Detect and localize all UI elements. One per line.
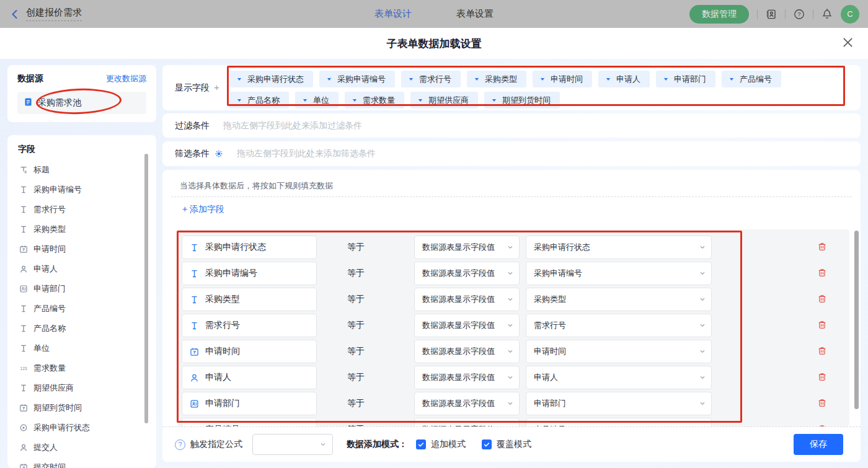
rule-field-box[interactable]: 需求行号 xyxy=(182,314,317,337)
delete-icon[interactable] xyxy=(817,372,827,382)
rule-field-box[interactable]: 申请时间 xyxy=(182,340,317,363)
rule-field-box[interactable]: 申请部门 xyxy=(182,392,317,415)
display-fields-label: 显示字段+ xyxy=(175,82,219,94)
source-value-select[interactable]: 数据源表显示字段值 xyxy=(414,392,520,415)
filter-dropzone[interactable]: 拖动左侧字段到此处来添加过滤条件 xyxy=(223,120,362,131)
source-value-select[interactable]: 数据源表显示字段值 xyxy=(414,340,520,363)
text-icon xyxy=(190,295,199,304)
department-icon xyxy=(19,285,28,293)
close-icon[interactable] xyxy=(843,37,853,48)
calendar-icon xyxy=(19,463,28,468)
delete-icon[interactable] xyxy=(817,268,827,278)
caret-down-icon xyxy=(417,97,424,104)
source-value-select[interactable]: 数据源表显示字段值 xyxy=(414,418,520,426)
display-field-chip[interactable]: 申请部门 xyxy=(656,71,715,87)
display-field-chip[interactable]: 采购申请编号 xyxy=(319,71,395,87)
user-avatar[interactable]: C xyxy=(841,5,859,24)
display-field-chip[interactable]: 采购类型 xyxy=(467,71,526,87)
source-value-select[interactable]: 数据源表显示字段值 xyxy=(414,314,520,337)
field-item[interactable]: 采购申请行状态 xyxy=(7,418,156,438)
formula-select[interactable] xyxy=(252,434,333,455)
rule-field-box[interactable]: 采购类型 xyxy=(182,288,317,311)
display-field-chip[interactable]: 需求数量 xyxy=(345,92,404,108)
fields-scrollbar[interactable] xyxy=(144,154,148,423)
delete-icon[interactable] xyxy=(817,242,827,252)
field-item[interactable]: 采购类型 xyxy=(7,219,156,239)
tab-form-settings[interactable]: 表单设置 xyxy=(456,8,494,20)
field-item[interactable]: 单位 xyxy=(7,338,156,358)
text-icon xyxy=(190,269,199,278)
mode-checkbox[interactable]: 追加模式 xyxy=(416,439,466,450)
tab-form-design[interactable]: 表单设计 xyxy=(374,8,412,20)
display-field-chip[interactable]: 产品编号 xyxy=(722,71,781,87)
chevron-down-icon xyxy=(507,348,514,355)
change-datasource-link[interactable]: 更改数据源 xyxy=(106,73,146,84)
rule-field-box[interactable]: 采购申请行状态 xyxy=(182,236,317,259)
display-field-chip[interactable]: 期望到货时间 xyxy=(484,92,560,108)
display-field-chip[interactable]: 采购申请行状态 xyxy=(229,71,313,87)
display-field-chip[interactable]: 单位 xyxy=(295,92,339,108)
source-value-select[interactable]: 数据源表显示字段值 xyxy=(414,288,520,311)
help-icon[interactable]: ? xyxy=(794,9,805,20)
target-field-select[interactable]: 需求行号 xyxy=(526,314,712,337)
display-field-chip[interactable]: 期望供应商 xyxy=(410,92,478,108)
target-field-select[interactable]: 采购类型 xyxy=(526,288,712,311)
source-value-select[interactable]: 数据源表显示字段值 xyxy=(414,236,520,259)
field-item[interactable]: 提交人 xyxy=(7,438,156,457)
rule-field-box[interactable]: 申请人 xyxy=(182,366,317,389)
field-item[interactable]: 提交时间 xyxy=(7,457,156,468)
field-item[interactable]: 申请部门 xyxy=(7,279,156,299)
operator-label: 等于 xyxy=(347,392,365,415)
field-item-label: 单位 xyxy=(33,343,50,354)
target-field-select[interactable]: 申请人 xyxy=(526,366,712,389)
sift-dropzone[interactable]: 拖动左侧字段到此处来添加筛选条件 xyxy=(237,148,376,159)
datasource-selected-item[interactable]: 采购需求池 xyxy=(17,92,146,114)
field-item[interactable]: 采购申请编号 xyxy=(7,180,156,200)
rule-field-box[interactable]: 采购申请编号 xyxy=(182,262,317,285)
field-item[interactable]: 申请时间 xyxy=(7,239,156,259)
data-manage-button[interactable]: 数据管理 xyxy=(689,5,749,24)
target-field-select[interactable]: 采购申请编号 xyxy=(526,262,712,285)
display-field-chip[interactable]: 需求行号 xyxy=(401,71,461,87)
field-item[interactable]: 产品编号 xyxy=(7,299,156,319)
target-field-select[interactable]: 申请时间 xyxy=(526,340,712,363)
bell-icon[interactable] xyxy=(822,9,833,20)
delete-icon[interactable] xyxy=(817,294,827,304)
target-field-select[interactable]: 产品编号 xyxy=(526,418,712,426)
chip-label: 需求数量 xyxy=(363,95,395,106)
field-item[interactable]: 123需求数量 xyxy=(7,358,156,378)
source-value-label: 数据源表显示字段值 xyxy=(422,398,495,409)
caret-down-icon xyxy=(236,76,243,83)
rule-field-box[interactable]: 产品编号 xyxy=(182,418,317,426)
display-field-chip[interactable]: 申请人 xyxy=(598,71,650,87)
rule-row: 申请部门等于数据源表显示字段值申请部门 xyxy=(177,392,849,415)
display-field-chip[interactable]: 产品名称 xyxy=(229,92,289,108)
rule-row: 申请人等于数据源表显示字段值申请人 xyxy=(177,366,849,389)
person-icon xyxy=(19,265,28,273)
field-item[interactable]: 标题 xyxy=(7,160,156,180)
gear-icon[interactable] xyxy=(215,149,223,158)
target-field-select[interactable]: 采购申请行状态 xyxy=(526,236,712,259)
field-item[interactable]: 需求行号 xyxy=(7,200,156,219)
chevron-down-icon xyxy=(319,441,327,448)
field-item[interactable]: 期望供应商 xyxy=(7,378,156,398)
save-button[interactable]: 保存 xyxy=(794,434,843,455)
field-item[interactable]: 产品名称 xyxy=(7,319,156,338)
text-icon xyxy=(19,225,28,234)
delete-icon[interactable] xyxy=(817,346,827,356)
caret-down-icon xyxy=(473,76,480,83)
mode-checkbox[interactable]: 覆盖模式 xyxy=(482,439,531,450)
add-display-field-icon[interactable]: + xyxy=(214,82,219,92)
chip-label: 期望供应商 xyxy=(428,95,469,106)
delete-icon[interactable] xyxy=(817,398,827,408)
add-field-button[interactable]: + 添加字段 xyxy=(182,204,224,215)
target-field-select[interactable]: 申请部门 xyxy=(526,392,712,415)
delete-icon[interactable] xyxy=(817,320,827,330)
display-field-chip[interactable]: 申请时间 xyxy=(533,71,592,87)
contacts-icon[interactable] xyxy=(766,9,777,20)
source-value-select[interactable]: 数据源表显示字段值 xyxy=(414,262,520,285)
source-value-select[interactable]: 数据源表显示字段值 xyxy=(414,366,520,389)
field-item[interactable]: 期望到货时间 xyxy=(7,398,156,418)
rules-scrollbar[interactable] xyxy=(854,231,859,409)
field-item[interactable]: 申请人 xyxy=(7,259,156,279)
